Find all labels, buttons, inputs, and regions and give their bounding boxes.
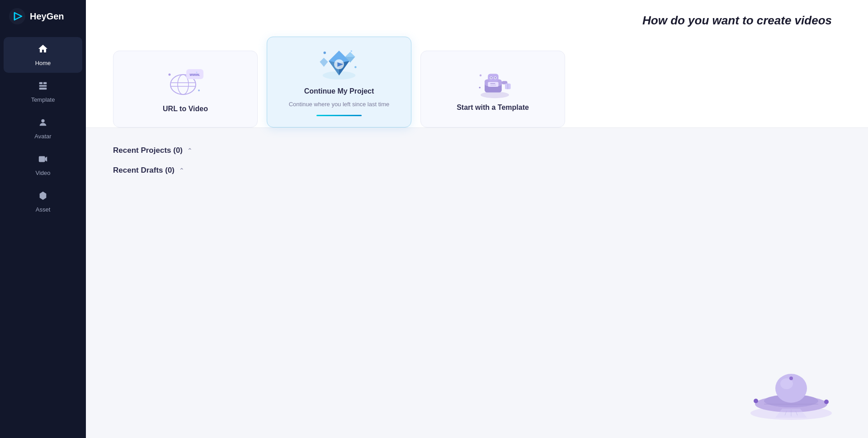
- svg-line-57: [785, 411, 787, 415]
- page-title: How do you want to create videos: [113, 14, 841, 28]
- svg-line-59: [796, 411, 797, 415]
- asset-icon: [38, 191, 48, 203]
- svg-rect-8: [39, 156, 45, 162]
- sidebar-item-home[interactable]: Home: [4, 37, 82, 73]
- sidebar-item-label-avatar: Avatar: [34, 133, 51, 140]
- svg-point-53: [754, 399, 758, 403]
- url-to-video-title: URL to Video: [163, 105, 208, 113]
- svg-text:www.: www.: [189, 72, 200, 77]
- start-with-template-title: Start with a Template: [457, 104, 529, 112]
- svg-point-54: [824, 400, 829, 404]
- continue-project-illustration: [316, 48, 362, 82]
- svg-rect-37: [488, 74, 498, 81]
- svg-point-31: [481, 91, 509, 98]
- empty-state-svg: [741, 339, 841, 420]
- svg-point-51: [780, 378, 793, 389]
- recent-projects-title: Recent Projects (0): [113, 146, 183, 155]
- svg-point-17: [196, 71, 198, 73]
- svg-point-45: [480, 74, 482, 76]
- sidebar-nav: Home Template Avatar: [0, 33, 86, 224]
- sidebar-item-template[interactable]: Template: [4, 75, 82, 109]
- template-icon: [38, 81, 48, 94]
- top-section: How do you want to create videos www.: [86, 0, 868, 128]
- template-illustration: [472, 66, 513, 98]
- svg-rect-4: [43, 82, 47, 85]
- continue-my-project-card[interactable]: Continue My Project Continue where you l…: [267, 37, 411, 127]
- recent-projects-chevron: ⌃: [187, 147, 193, 154]
- svg-rect-3: [39, 82, 42, 85]
- empty-state-illustration: [741, 339, 841, 420]
- svg-point-46: [479, 86, 481, 88]
- svg-point-50: [775, 374, 807, 403]
- project-illustration-svg: [316, 47, 362, 83]
- sidebar-item-label-asset: Asset: [36, 206, 51, 213]
- svg-marker-25: [320, 57, 328, 66]
- url-to-video-card[interactable]: www. URL to Video: [113, 51, 258, 127]
- svg-point-0: [9, 8, 25, 24]
- svg-point-55: [789, 377, 793, 380]
- recent-drafts-chevron: ⌃: [179, 167, 184, 174]
- sidebar: HeyGen Home Template: [0, 0, 86, 438]
- avatar-icon: [38, 118, 48, 130]
- svg-point-16: [198, 89, 200, 91]
- svg-point-29: [354, 66, 357, 68]
- bottom-section: Recent Projects (0) ⌃ Recent Drafts (0) …: [86, 128, 868, 193]
- video-icon: [38, 154, 48, 167]
- recent-projects-header[interactable]: Recent Projects (0) ⌃: [113, 146, 841, 155]
- svg-point-41: [495, 77, 496, 78]
- svg-point-7: [41, 119, 44, 122]
- cards-row: www. URL to Video: [113, 37, 841, 127]
- svg-point-15: [169, 73, 171, 75]
- svg-point-47: [750, 406, 832, 420]
- svg-point-49: [764, 395, 818, 407]
- logo-area: HeyGen: [0, 0, 86, 33]
- sidebar-item-asset[interactable]: Asset: [4, 184, 82, 219]
- active-card-indicator: [316, 115, 362, 116]
- svg-marker-56: [775, 409, 807, 418]
- main-content: How do you want to create videos www.: [86, 0, 868, 438]
- continue-project-subtitle: Continue where you left since last time: [289, 101, 390, 108]
- logo-text: HeyGen: [30, 11, 64, 22]
- svg-point-28: [323, 52, 326, 54]
- home-icon: [38, 43, 48, 57]
- svg-point-40: [491, 77, 492, 78]
- heygen-logo-icon: [9, 8, 25, 24]
- sidebar-item-label-template: Template: [31, 96, 55, 103]
- svg-rect-34: [488, 82, 498, 87]
- svg-marker-24: [345, 52, 355, 57]
- sidebar-item-label-video: Video: [35, 170, 50, 176]
- continue-project-title: Continue My Project: [304, 87, 374, 95]
- svg-rect-5: [39, 85, 47, 87]
- sidebar-item-label-home: Home: [35, 60, 51, 66]
- recent-drafts-title: Recent Drafts (0): [113, 166, 175, 175]
- sidebar-item-avatar[interactable]: Avatar: [4, 111, 82, 146]
- svg-rect-6: [39, 88, 47, 90]
- start-with-template-card[interactable]: Start with a Template: [420, 51, 565, 127]
- recent-drafts-header[interactable]: Recent Drafts (0) ⌃: [113, 166, 841, 175]
- url-to-video-illustration: www.: [163, 66, 208, 99]
- url-illustration-svg: www.: [163, 66, 208, 99]
- svg-point-30: [350, 50, 352, 52]
- template-illustration-svg: [472, 66, 513, 99]
- sidebar-item-video[interactable]: Video: [4, 148, 82, 183]
- svg-point-48: [755, 396, 827, 412]
